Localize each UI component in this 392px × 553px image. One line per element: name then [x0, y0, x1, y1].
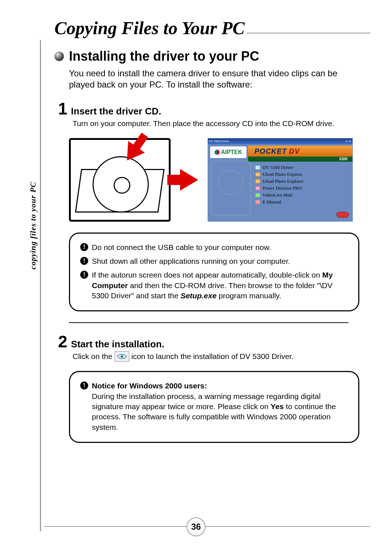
exclamation-icon: ! [80, 271, 88, 279]
brand-text: AIPTEK [221, 149, 242, 156]
camera-outline-icon [211, 161, 251, 215]
step-title: Start the installation. [71, 339, 164, 350]
warning-box-2: ! Notice for Windows 2000 users: During … [69, 371, 359, 443]
step-body: Click on the icon to launch the installa… [73, 351, 359, 362]
autorun-titlebar: DV 5300 Driver ▭ ✕ [208, 138, 352, 144]
step-body: Turn on your computer. Then place the ac… [73, 118, 359, 128]
warning-text: Do not connect the USB cable to your com… [92, 242, 271, 253]
disc-icon [255, 165, 260, 170]
footer-rule [44, 526, 370, 527]
autorun-titlebar-text: DV 5300 Driver [209, 140, 229, 143]
autorun-item[interactable]: DV 5300 Driver [255, 165, 303, 170]
warning-text: If the autorun screen does not appear au… [92, 270, 348, 301]
step-2: 2 Start the installation. Click on the i… [58, 333, 359, 362]
close-button[interactable] [336, 212, 349, 218]
driver-eye-icon [115, 351, 129, 362]
step-1: 1 Insert the driver CD. Turn on your com… [58, 100, 359, 128]
window-buttons-icon: ▭ ✕ [345, 140, 351, 143]
app-icon [255, 200, 260, 204]
manual-page: Copying Files to Your PC copying files t… [0, 0, 392, 553]
section-title: Installing the driver to your PC [69, 49, 259, 64]
exclamation-icon: ! [80, 257, 88, 265]
autorun-item[interactable]: VideoLive Mail [255, 192, 303, 198]
section-intro: You need to install the camera driver to… [69, 68, 359, 90]
arrow-right-icon [180, 169, 198, 191]
left-rule [40, 40, 41, 531]
step-number: 2 [58, 333, 68, 350]
illustration-row: DV 5300 Driver ▭ ✕ AIPTEK POCKET DV 5300… [69, 138, 359, 222]
exclamation-icon: ! [80, 243, 88, 251]
content: Installing the driver to your PC You nee… [54, 41, 359, 443]
divider [69, 322, 348, 323]
app-icon [255, 186, 260, 190]
autorun-window: DV 5300 Driver ▭ ✕ AIPTEK POCKET DV 5300… [208, 138, 353, 222]
warning-item: ! Shut down all other applications runni… [80, 256, 348, 266]
autorun-item[interactable]: Power Director PRO [255, 185, 303, 191]
warning-item: ! If the autorun screen does not appear … [80, 270, 348, 301]
title-rule [247, 33, 370, 33]
warning-box-1: ! Do not connect the USB cable to your c… [69, 233, 359, 312]
exclamation-icon: ! [80, 382, 88, 389]
warning-item: ! Notice for Windows 2000 users: During … [80, 381, 348, 432]
model-banner: 5300 [248, 157, 352, 162]
autorun-item[interactable]: Ulead Photo Explorer [255, 178, 303, 184]
autorun-item[interactable]: Ulead Photo Express [255, 171, 303, 177]
autorun-menu: DV 5300 Driver Ulead Photo Express Ulead… [255, 165, 303, 206]
app-icon [255, 172, 260, 177]
product-banner: POCKET DV [248, 146, 352, 157]
warning-text: Notice for Windows 2000 users: During th… [92, 381, 348, 432]
brand-logo: AIPTEK [210, 146, 246, 158]
swirl-icon [215, 150, 220, 155]
app-icon [255, 193, 260, 197]
step-title: Insert the driver CD. [71, 106, 162, 117]
warning-item: ! Do not connect the USB cable to your c… [80, 242, 348, 253]
pocket-text: POCKET [254, 147, 287, 156]
autorun-item[interactable]: E-Manual [255, 199, 303, 205]
step-number: 1 [58, 100, 68, 117]
side-caption: copying files to your PC [28, 182, 38, 270]
cd-tray-illustration [69, 138, 171, 222]
sphere-bullet-icon [54, 52, 64, 61]
dv-text: DV [289, 147, 300, 156]
app-icon [255, 179, 260, 183]
warning-text: Shut down all other applications running… [92, 256, 290, 266]
page-number: 36 [187, 517, 205, 536]
chapter-title: Copying Files to Your PC [54, 17, 370, 39]
svg-point-2 [121, 356, 122, 357]
section-heading: Installing the driver to your PC [54, 49, 359, 64]
